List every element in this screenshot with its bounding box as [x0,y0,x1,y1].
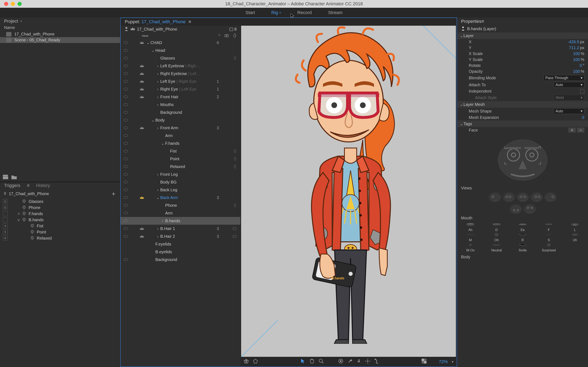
crown-toggle-icon[interactable] [138,64,146,67]
panel-menu-icon[interactable]: ≡ [20,19,22,23]
puppet-name-link[interactable]: 17_Chad_with_Phone [141,19,186,25]
crown-toggle-icon[interactable] [138,72,146,75]
mouth-viseme-m[interactable]: M [459,233,482,242]
visibility-toggle-icon[interactable] [121,258,131,261]
view-left-profile[interactable] [489,193,501,201]
expand-arrow-icon[interactable]: ⌄ [150,118,155,123]
view-left-quarter[interactable] [503,193,515,201]
zoom-value[interactable]: 72% [439,359,448,364]
mouth-viseme-oh[interactable]: Oh [485,233,508,242]
panel-menu-icon[interactable]: ≡ [481,19,484,24]
view-down[interactable] [510,205,522,213]
layer-row[interactable]: Point [121,155,240,163]
visibility-toggle-icon[interactable] [121,227,131,230]
visibility-toggle-icon[interactable] [121,219,131,222]
expand-arrow-icon[interactable]: ⌄ [146,40,150,45]
visibility-toggle-icon[interactable] [121,188,131,192]
layer-row[interactable]: Arm [121,132,240,140]
mouth-viseme-ah[interactable]: Ah [459,222,482,232]
mesh-shape-select[interactable]: Auto▾ [554,108,584,114]
outline-icon[interactable] [253,359,258,365]
zoom-tool[interactable] [319,359,324,365]
wand-tool-icon[interactable] [347,359,352,365]
trigger-row[interactable]: >F.hands [0,211,120,217]
mouth-viseme-r[interactable]: R [511,233,534,242]
property-value[interactable]: 711.2 [569,45,579,50]
maximize-button[interactable] [17,2,22,6]
hand-tool[interactable] [309,359,314,365]
visibility-toggle-icon[interactable] [121,165,131,168]
expand-arrow-icon[interactable]: › [155,79,160,84]
mesh-expansion-value[interactable]: 0 [582,115,584,120]
visibility-toggle-icon[interactable] [121,204,131,207]
pointer-tool[interactable] [301,359,305,365]
visibility-toggle-icon[interactable] [121,49,131,52]
layer-row[interactable]: Relaxed [121,163,240,170]
layer-row[interactable]: ›Back Leg [121,186,240,194]
visibility-toggle-icon[interactable] [121,41,131,44]
visibility-toggle-icon[interactable] [121,196,131,199]
mouth-viseme-w-oo[interactable]: W-Oo [459,243,482,252]
layer-row[interactable]: ›B.Hair 13 [121,225,240,233]
trigger-row[interactable]: GGlasses [0,198,120,205]
crown-toggle-icon[interactable] [138,126,146,129]
view-front[interactable] [517,193,528,201]
visibility-toggle-icon[interactable] [121,111,131,114]
expand-arrow-icon[interactable]: v [17,217,22,222]
view-up[interactable] [524,205,536,213]
layer-row[interactable]: Body BG [121,178,240,186]
layer-row[interactable]: ›Front Arm3 [121,124,240,132]
mouth-viseme-f[interactable]: F [537,222,560,232]
grid-icon[interactable]: ⠿ [4,192,6,196]
face-diagram[interactable] [492,136,553,183]
expand-arrow-icon[interactable]: › [155,188,160,192]
crown-toggle-icon[interactable] [138,196,146,199]
visibility-toggle-icon[interactable] [121,173,131,176]
tab-record[interactable]: Record [297,10,312,15]
visibility-toggle-icon[interactable] [121,126,131,129]
property-value[interactable]: 100 [573,69,580,74]
trigger-row[interactable]: 4Fist [0,223,120,229]
clapper-icon[interactable] [3,175,8,180]
layer-row[interactable]: ⌄Body [121,116,240,124]
layer-row[interactable]: ›B.Hair 23 [121,233,240,240]
crown-toggle-icon[interactable] [138,80,146,83]
visibility-toggle-icon[interactable] [121,235,131,238]
expand-arrow-icon[interactable]: › [155,125,160,130]
layer-row[interactable]: ›Front Leg [121,170,240,178]
layer-row[interactable]: ›Right Eye| Left Eye1 [121,85,240,93]
expand-arrow-icon[interactable]: › [155,226,160,231]
layer-row[interactable]: F.eyelids [121,240,240,248]
expand-arrow-icon[interactable]: › [155,234,160,239]
layer-row[interactable]: Arm [121,209,240,217]
section-tags[interactable]: ⌄Tags [457,120,588,127]
property-value[interactable]: 0 [580,63,582,68]
expand-arrow-icon[interactable]: ⌄ [155,195,160,200]
layer-row[interactable]: ⌄Back Arm3 [121,194,240,201]
visibility-toggle-icon[interactable] [121,87,131,91]
checker-icon[interactable] [422,359,426,365]
add-trigger-button[interactable]: ＋ [111,190,116,198]
visibility-toggle-icon[interactable] [121,72,131,75]
section-layer[interactable]: ⌄Layer [457,33,588,39]
expand-arrow-icon[interactable]: ⌄ [160,141,165,146]
tab-stream[interactable]: Stream [328,10,343,15]
expand-arrow-icon[interactable]: › [160,218,165,223]
layer-row[interactable]: ⌄F.hands [121,140,240,147]
crown-toggle-icon[interactable] [138,95,146,99]
mouth-viseme-neutral[interactable]: Neutral [485,243,508,252]
mouth-viseme-smile[interactable]: Smile [511,243,534,252]
mouth-viseme-l[interactable]: L [563,222,586,232]
expand-arrow-icon[interactable]: › [155,64,160,68]
crown-toggle-icon[interactable] [138,235,146,238]
visibility-toggle-icon[interactable] [121,180,131,184]
tab-triggers[interactable]: Triggers [4,183,20,188]
layer-row[interactable]: Glasses [121,54,240,62]
expand-arrow-icon[interactable]: › [155,95,160,99]
visibility-toggle-icon[interactable] [121,150,131,153]
layer-row[interactable]: ›Right Eyebrow| Lef… [121,70,240,77]
trigger-row[interactable]: GPhone [0,205,120,211]
view-right-quarter[interactable] [531,193,543,201]
visibility-toggle-icon[interactable] [121,64,131,67]
layer-row[interactable]: Fist [121,147,240,155]
